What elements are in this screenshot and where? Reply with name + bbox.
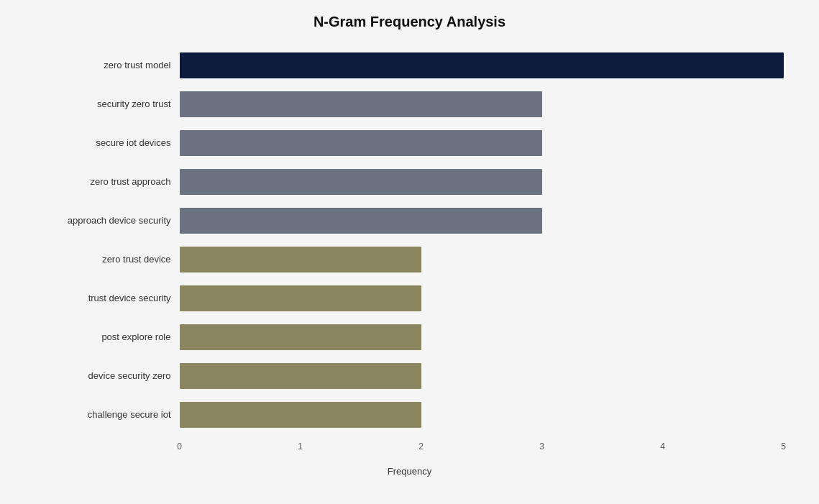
bar-track bbox=[180, 363, 784, 389]
bar-fill bbox=[180, 130, 542, 156]
bar-label: secure iot devices bbox=[36, 137, 180, 148]
bar-fill bbox=[180, 247, 421, 272]
bar-row: device security zero bbox=[36, 358, 784, 394]
bar-label: security zero trust bbox=[36, 98, 180, 109]
bar-row: zero trust approach bbox=[36, 164, 784, 200]
bar-label: post explore role bbox=[36, 331, 180, 342]
x-axis-spacer bbox=[36, 441, 180, 463]
bar-fill bbox=[180, 169, 542, 195]
x-tick: 4 bbox=[660, 441, 665, 452]
bar-row: challenge secure iot bbox=[36, 397, 784, 433]
x-tick: 0 bbox=[177, 441, 182, 452]
bar-row: approach device security bbox=[36, 203, 784, 239]
bar-label: approach device security bbox=[36, 215, 180, 226]
x-tick: 1 bbox=[298, 441, 303, 452]
bar-fill bbox=[180, 324, 421, 350]
chart-title: N-Gram Frequency Analysis bbox=[36, 14, 784, 30]
x-tick: 2 bbox=[418, 441, 424, 452]
x-tick: 5 bbox=[781, 441, 786, 452]
chart-container: N-Gram Frequency Analysis zero trust mod… bbox=[14, 0, 805, 504]
bar-track bbox=[180, 52, 784, 78]
x-tick: 3 bbox=[539, 441, 544, 452]
bar-fill bbox=[180, 208, 542, 234]
bar-track bbox=[180, 91, 784, 117]
bar-label: zero trust approach bbox=[36, 176, 180, 187]
bar-fill bbox=[180, 285, 421, 311]
x-axis-ticks: 012345 bbox=[180, 441, 784, 463]
bar-track bbox=[180, 208, 784, 234]
bar-label: zero trust model bbox=[36, 60, 180, 70]
bar-row: zero trust device bbox=[36, 242, 784, 278]
bar-track bbox=[180, 324, 784, 350]
bar-fill bbox=[180, 402, 421, 428]
bar-track bbox=[180, 247, 784, 272]
bar-fill bbox=[180, 363, 421, 389]
bar-row: security zero trust bbox=[36, 86, 784, 122]
bar-track bbox=[180, 169, 784, 195]
bar-label: trust device security bbox=[36, 293, 180, 303]
bar-track bbox=[180, 402, 784, 428]
bar-row: trust device security bbox=[36, 280, 784, 316]
bar-track bbox=[180, 130, 784, 156]
chart-area: zero trust modelsecurity zero trustsecur… bbox=[36, 47, 784, 436]
bar-label: zero trust device bbox=[36, 254, 180, 265]
x-axis-container: 012345 bbox=[36, 441, 784, 463]
bar-row: secure iot devices bbox=[36, 125, 784, 161]
x-axis-title: Frequency bbox=[36, 466, 784, 477]
bar-fill bbox=[180, 52, 784, 78]
bar-fill bbox=[180, 91, 542, 117]
bar-label: challenge secure iot bbox=[36, 409, 180, 420]
bar-row: post explore role bbox=[36, 319, 784, 355]
bar-row: zero trust model bbox=[36, 47, 784, 83]
bar-track bbox=[180, 285, 784, 311]
bar-label: device security zero bbox=[36, 370, 180, 381]
